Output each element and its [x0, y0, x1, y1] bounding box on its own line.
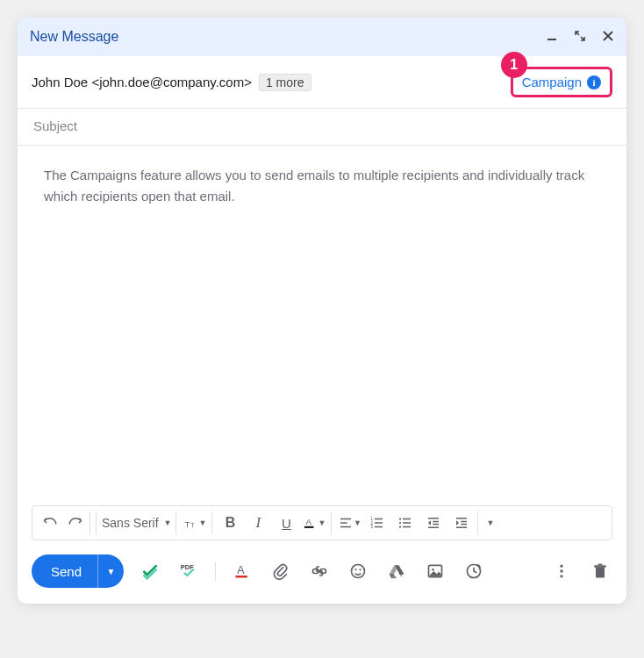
svg-point-42	[560, 565, 562, 568]
svg-text:T: T	[190, 522, 194, 528]
bold-button[interactable]: B	[218, 511, 242, 535]
close-icon[interactable]	[602, 30, 614, 45]
campaign-button-highlight: 1 Campaign i	[511, 67, 612, 97]
fullscreen-icon[interactable]	[574, 30, 586, 45]
svg-text:A: A	[306, 517, 312, 526]
svg-text:3: 3	[371, 525, 374, 529]
text-color-button[interactable]: A ▼	[302, 511, 332, 535]
window-titlebar: New Message	[18, 18, 626, 56]
indent-less-button[interactable]	[421, 511, 446, 535]
info-icon[interactable]: i	[587, 75, 601, 89]
svg-point-37	[354, 569, 356, 570]
svg-rect-46	[594, 565, 605, 568]
svg-point-18	[399, 522, 401, 524]
pdf-icon[interactable]: PDF	[176, 559, 201, 583]
trash-icon[interactable]	[588, 559, 612, 583]
text-format-toggle-icon[interactable]: A	[230, 559, 254, 583]
compose-window: New Message John Doe <john.doe@company.c…	[18, 18, 626, 604]
font-family-dropdown[interactable]: Sans Serif ▼	[96, 511, 172, 535]
svg-rect-47	[598, 564, 603, 566]
svg-rect-32	[236, 576, 247, 578]
chevron-down-icon: ▼	[199, 519, 207, 527]
subject-input[interactable]	[32, 118, 612, 134]
more-formatting-button[interactable]: ▼	[477, 511, 502, 535]
image-icon[interactable]	[423, 559, 447, 583]
more-options-icon[interactable]	[549, 559, 574, 583]
svg-text:T: T	[184, 519, 190, 529]
chevron-down-icon: ▼	[318, 519, 326, 527]
drive-icon[interactable]: +	[384, 559, 409, 583]
separator	[215, 561, 216, 581]
subject-row	[18, 109, 626, 146]
send-button[interactable]: Send ▼	[32, 554, 124, 588]
tracking-icon[interactable]	[138, 559, 162, 583]
font-family-label: Sans Serif	[102, 516, 159, 530]
undo-button[interactable]	[38, 511, 62, 535]
svg-point-43	[560, 569, 562, 572]
svg-point-36	[352, 565, 365, 578]
action-toolbar: Send ▼ PDF A +	[18, 546, 626, 604]
svg-point-20	[399, 526, 401, 527]
chevron-down-icon: ▼	[486, 519, 494, 527]
svg-point-16	[399, 518, 401, 519]
campaign-link[interactable]: Campaign	[522, 75, 582, 89]
email-body[interactable]: The Campaigns feature allows you to send…	[18, 146, 626, 505]
send-options-dropdown[interactable]: ▼	[97, 554, 124, 588]
bulleted-list-button[interactable]	[393, 511, 418, 535]
window-title: New Message	[30, 29, 546, 45]
chevron-down-icon: ▼	[164, 519, 172, 527]
align-button[interactable]: ▼	[337, 511, 361, 535]
italic-button[interactable]: I	[246, 511, 270, 535]
recipients-row[interactable]: John Doe <john.doe@company.com> 1 more 1…	[18, 56, 626, 109]
numbered-list-button[interactable]: 123	[365, 511, 390, 535]
recipient-chip[interactable]: John Doe <john.doe@company.com>	[32, 75, 252, 89]
svg-text:+: +	[399, 570, 404, 579]
font-size-button[interactable]: TT ▼	[175, 511, 213, 535]
more-recipients-badge[interactable]: 1 more	[259, 74, 311, 91]
chevron-down-icon: ▼	[354, 519, 361, 527]
link-icon[interactable]	[307, 559, 332, 583]
minimize-icon[interactable]	[546, 30, 558, 45]
svg-text:A: A	[237, 564, 245, 576]
svg-point-38	[359, 569, 361, 570]
svg-point-44	[560, 575, 562, 577]
underline-button[interactable]: U	[274, 511, 298, 535]
schedule-icon[interactable]	[462, 559, 486, 583]
emoji-icon[interactable]	[346, 559, 370, 583]
callout-badge: 1	[501, 52, 527, 78]
redo-button[interactable]	[66, 511, 90, 535]
svg-rect-6	[304, 526, 314, 528]
indent-more-button[interactable]	[449, 511, 474, 535]
svg-rect-45	[596, 568, 605, 578]
attach-icon[interactable]	[268, 559, 293, 583]
window-controls	[546, 30, 614, 45]
send-label: Send	[32, 564, 97, 579]
svg-point-41	[432, 569, 434, 571]
formatting-toolbar: Sans Serif ▼ TT ▼ B I U A ▼ ▼ 123	[32, 505, 612, 540]
